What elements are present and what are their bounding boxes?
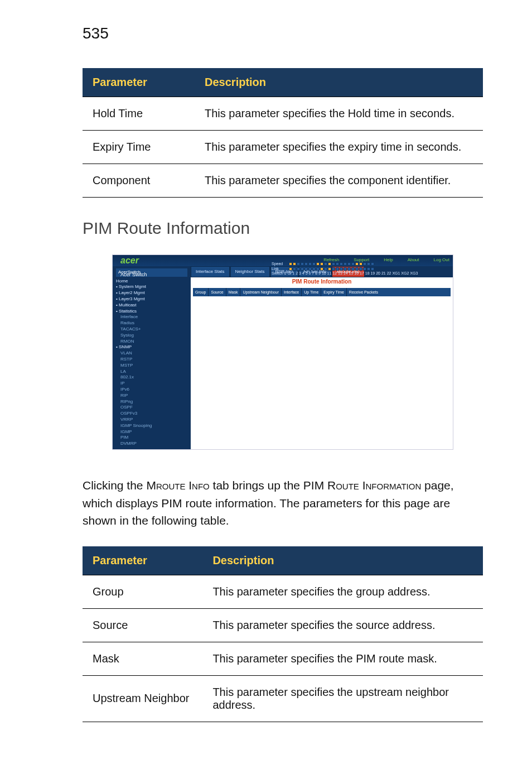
sidebar-item[interactable]: LA <box>116 369 187 375</box>
col-interface: Interface <box>282 288 302 296</box>
body-text: tab brings up the PIM <box>210 479 327 492</box>
led-dot <box>316 267 320 271</box>
led-dot <box>301 267 304 271</box>
sidebar-item[interactable]: IPv6 <box>116 387 187 393</box>
led-dot <box>316 262 320 266</box>
sidebar-item[interactable]: MSTP <box>116 363 187 369</box>
tab-neighbor-stats[interactable]: Neighbor Stats <box>230 266 270 277</box>
sidebar-item[interactable]: RMON <box>116 339 187 345</box>
sidebar-item[interactable]: VLAN <box>116 350 187 357</box>
table-row: Expiry Time This parameter specifies the… <box>83 131 483 164</box>
led-dot <box>351 267 355 271</box>
led-dot <box>336 267 339 271</box>
led-dot <box>304 267 308 271</box>
cell-param: Group <box>83 575 202 608</box>
led-dot <box>359 267 362 271</box>
cell-desc: This parameter specifies the source addr… <box>202 608 483 642</box>
cell-desc: This parameter specifies the Hold time i… <box>195 97 483 131</box>
th-parameter: Parameter <box>83 546 202 575</box>
table-row: Group This parameter specifies the group… <box>83 575 483 608</box>
sidebar-item[interactable]: IP <box>116 381 187 387</box>
sidebar-item[interactable]: TACACS+ <box>116 326 187 333</box>
cell-param: Source <box>83 608 202 642</box>
cell-desc: This parameter specifies the expiry time… <box>195 131 483 164</box>
cell-desc: This parameter specifies the group addre… <box>202 575 483 608</box>
led-dot <box>347 267 351 271</box>
col-expiry: Expiry Time <box>321 288 347 296</box>
sidebar-item[interactable]: PIM <box>116 435 187 441</box>
sidebar-item[interactable]: Syslog <box>116 333 187 339</box>
led-dot <box>367 262 370 266</box>
sidebar-item[interactable]: IGMP <box>116 429 187 435</box>
cell-param: Expiry Time <box>83 131 195 164</box>
cell-param: Mask <box>83 642 202 675</box>
sidebar-item[interactable]: • SNMP <box>116 344 187 350</box>
col-uptime: Up Time <box>302 288 321 296</box>
led-dot <box>340 267 343 271</box>
sidebar-item[interactable]: Home <box>116 278 187 285</box>
led-dot <box>344 262 347 266</box>
sidebar-item[interactable]: • Layer3 Mgmt <box>116 296 187 302</box>
led-dot <box>308 267 312 271</box>
led-dot <box>355 267 359 271</box>
screenshot-body: AcerSwitch Home• System Mgmt• Layer2 Mgm… <box>113 266 453 449</box>
led-dot <box>336 262 339 266</box>
link-logout[interactable]: Log Out <box>434 257 449 262</box>
tab-name-smallcaps: Mroute Info <box>146 479 209 492</box>
th-description: Description <box>202 546 483 575</box>
sidebar-item[interactable]: 802.1x <box>116 374 187 381</box>
sidebar: AcerSwitch Home• System Mgmt• Layer2 Mgm… <box>113 266 191 449</box>
led-dot <box>340 262 343 266</box>
led-dot <box>312 262 316 266</box>
sidebar-item[interactable]: • Statistics <box>116 309 187 315</box>
led-dot <box>320 267 323 271</box>
led-dot <box>332 262 335 266</box>
page-name-smallcaps: Route Information <box>327 479 421 492</box>
led-dot <box>332 267 335 271</box>
table-row: Source This parameter specifies the sour… <box>83 608 483 642</box>
led-label-stack: Switch 0 Gi 1 2 3 4 5 6 7 8 9 10 11 12 1… <box>272 271 418 275</box>
led-dot <box>320 262 323 266</box>
sidebar-item[interactable]: OSPFv3 <box>116 411 187 417</box>
screenshot-page-title: PIM Route Information <box>193 278 451 285</box>
col-upstream: Upstream Neighbour <box>240 288 282 296</box>
led-dot <box>328 267 331 271</box>
sidebar-item[interactable]: Radius <box>116 320 187 326</box>
led-dot <box>289 267 292 271</box>
col-group: Group <box>193 288 209 296</box>
led-dot <box>301 262 304 266</box>
led-dot <box>367 267 370 271</box>
led-dot <box>289 262 292 266</box>
embedded-screenshot: acer Acer Switch Refresh Support Help Ab… <box>112 254 453 450</box>
cell-param: Upstream Neighbor <box>83 675 202 722</box>
th-description: Description <box>195 68 483 97</box>
main-panel: Interface Stats Neighbor Stats BSR Info … <box>191 266 453 449</box>
sidebar-item[interactable]: VRRP <box>116 417 187 423</box>
col-source: Source <box>209 288 226 296</box>
led-dot <box>297 267 300 271</box>
sidebar-item[interactable]: RIPng <box>116 399 187 405</box>
table-row: Mask This parameter specifies the PIM ro… <box>83 642 483 675</box>
sidebar-item[interactable]: Interface <box>116 314 187 320</box>
table-row: Component This parameter specifies the c… <box>83 164 483 198</box>
sidebar-item[interactable]: OSPF <box>116 405 187 411</box>
sidebar-item[interactable]: • Layer2 Mgmt <box>116 290 187 296</box>
led-dot <box>363 267 366 271</box>
brand-logo: acer <box>120 256 139 266</box>
sidebar-item[interactable]: IGMP Snooping <box>116 423 187 429</box>
led-dot <box>359 262 362 266</box>
port-led-panel: Speed Link Switch 0 Gi 1 2 3 4 5 6 7 8 9… <box>272 261 418 275</box>
led-dot <box>371 262 374 266</box>
led-dot <box>297 262 300 266</box>
sidebar-item[interactable]: • Multicast <box>116 302 187 309</box>
sidebar-item[interactable]: RIP <box>116 393 187 399</box>
sidebar-item[interactable]: • System Mgmt <box>116 284 187 290</box>
sidebar-item[interactable]: DVMRP <box>116 441 187 447</box>
tab-interface-stats[interactable]: Interface Stats <box>191 266 230 277</box>
led-dot <box>355 262 359 266</box>
sidebar-item[interactable]: RSTP <box>116 357 187 363</box>
table-row: Upstream Neighbor This parameter specifi… <box>83 675 483 722</box>
body-text: Clicking the <box>83 479 146 492</box>
col-mask: Mask <box>226 288 241 296</box>
brand-sub: Acer Switch <box>120 272 147 277</box>
